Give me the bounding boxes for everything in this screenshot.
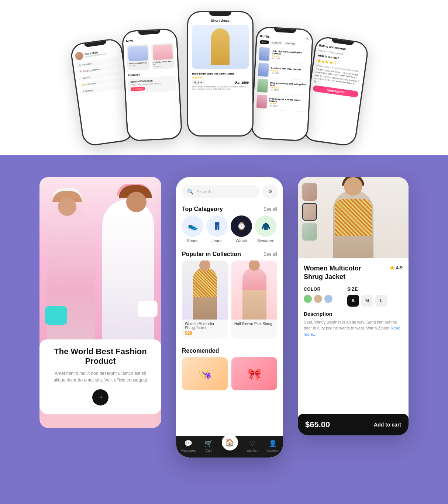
category-shoes[interactable]: 👟 Shoes bbox=[182, 215, 203, 243]
description-title: Description bbox=[304, 311, 403, 317]
pp-body-pink bbox=[242, 268, 266, 320]
account-icon: 👤 bbox=[269, 439, 277, 448]
color-blue[interactable] bbox=[324, 295, 332, 303]
star-icon: ★ bbox=[389, 264, 394, 271]
pp-head-pink bbox=[249, 260, 260, 271]
nav-messages[interactable]: 💬 Messages bbox=[180, 439, 196, 452]
sweaters-label: Sweaters bbox=[257, 238, 274, 243]
pink-shrug-image bbox=[231, 260, 277, 320]
watch-category-circle: ⌚ bbox=[231, 215, 252, 237]
color-green[interactable] bbox=[304, 295, 312, 303]
category-watch[interactable]: ⌚ Watch bbox=[231, 215, 252, 243]
bottom-nav: 💬 Messages 🛒 Cart 🏠 ♡ wishlist 👤 Account bbox=[176, 436, 283, 458]
description-section: Description Cool, Windy weather is an it… bbox=[304, 311, 403, 338]
multicolor-jacket-image bbox=[182, 260, 228, 320]
rec-person-2: 🎀 bbox=[231, 357, 277, 390]
jeans-icon: 👖 bbox=[213, 222, 222, 231]
nav-home[interactable]: 🏠 bbox=[222, 442, 238, 451]
rec-item-2[interactable]: 🎀 bbox=[231, 357, 277, 390]
fashion-banner-card: The World Best Fashion Product Amet mini… bbox=[39, 177, 161, 428]
recommended-header: Recomended bbox=[176, 344, 283, 357]
sweater-icon: 🧥 bbox=[261, 222, 270, 231]
attribute-row: COLOR SIZE S M L bbox=[304, 287, 403, 307]
account-label: Account bbox=[266, 449, 279, 452]
popular-see-all[interactable]: See all bbox=[263, 252, 277, 257]
rating-value: 4.9 bbox=[396, 265, 403, 270]
top-category-see-all[interactable]: See all bbox=[263, 207, 277, 212]
add-to-cart-button[interactable]: Add to cart bbox=[374, 422, 401, 428]
pp-body-mc bbox=[193, 268, 217, 320]
size-m[interactable]: M bbox=[361, 295, 373, 307]
messages-icon: 💬 bbox=[184, 439, 192, 448]
popular-item-pink-shrug[interactable]: Half Sleeve Pink Shrug bbox=[231, 260, 277, 339]
fashion-arrow-button[interactable]: → bbox=[92, 389, 108, 405]
watch-icon: ⌚ bbox=[237, 222, 246, 231]
category-jeans[interactable]: 👖 Jeans bbox=[206, 215, 228, 243]
phone-short-dress: ← Short dress ⋯ Blue Kurti with designer… bbox=[187, 11, 254, 137]
recommended-title: Recomended bbox=[182, 348, 219, 354]
nav-wishlist[interactable]: ♡ wishlist bbox=[247, 439, 258, 452]
pop-person-mc bbox=[182, 260, 228, 320]
mc-jacket-pattern bbox=[193, 268, 217, 297]
shoes-category-circle: 👟 bbox=[182, 215, 203, 237]
multicolor-jacket-price: $29 bbox=[182, 331, 228, 339]
phone-new: New Blue Kurti with Pants Rs. 1350 Light… bbox=[121, 28, 182, 141]
thumbnail-2[interactable] bbox=[302, 203, 317, 221]
wishlist-label: wishlist bbox=[247, 449, 258, 452]
jeans-category-circle: 👖 bbox=[206, 215, 228, 237]
home-icon: 🏠 bbox=[225, 438, 234, 447]
product-image-header: ← bbox=[298, 177, 409, 258]
color-label: COLOR bbox=[304, 287, 332, 292]
app-screen-inner: 🔍 Search... ⚙ Top Catageory See all 👟 Sh… bbox=[176, 177, 283, 436]
description-text: Cool, Windy weather is an its way. Send … bbox=[304, 319, 403, 338]
filter-button[interactable]: ⚙ bbox=[263, 184, 277, 199]
phone-kurtis: Kurtis 🔍 Kurtis Kurti Set Suit Sets Ligh… bbox=[251, 26, 314, 142]
nav-cart[interactable]: 🛒 Cart bbox=[204, 439, 213, 452]
home-circle: 🏠 bbox=[222, 434, 238, 451]
jacket-pattern bbox=[335, 199, 372, 236]
multicolor-jacket-label: Women Multicolor Shrug Jacket bbox=[182, 320, 228, 331]
fashion-girl-1 bbox=[47, 207, 95, 347]
size-l[interactable]: L bbox=[375, 295, 387, 307]
rec-item-1[interactable]: 👒 bbox=[182, 357, 228, 390]
white-bag bbox=[137, 301, 158, 317]
top-section: Priya Shah priyashah@gmail.com 📋 My orde… bbox=[0, 0, 448, 155]
color-options bbox=[304, 295, 332, 303]
sweaters-category-circle: 🧥 bbox=[255, 215, 276, 237]
teal-bag bbox=[45, 306, 67, 325]
phones-container: Priya Shah priyashah@gmail.com 📋 My orde… bbox=[58, 11, 390, 151]
fashion-girl-2 bbox=[102, 199, 154, 347]
add-to-cart-bar: $65.00 Add to cart bbox=[298, 414, 409, 435]
category-sweaters[interactable]: 🧥 Sweaters bbox=[255, 215, 276, 243]
pp-head-mc bbox=[199, 260, 210, 271]
shoes-label: Shoes bbox=[187, 238, 198, 243]
product-body-figure bbox=[333, 190, 373, 258]
thumbnail-column bbox=[302, 183, 317, 241]
popular-item-multicolor[interactable]: Women Multicolor Shrug Jacket $29 bbox=[182, 260, 228, 339]
thumbnail-3[interactable] bbox=[302, 223, 317, 241]
pink-shrug-pattern bbox=[242, 268, 266, 290]
product-detail-card: ← Women Multicolor Shrug Jacket bbox=[298, 177, 409, 435]
fashion-desc: Amet minim mollit non deserunt ullamco e… bbox=[48, 370, 152, 383]
cart-price: $65.00 bbox=[305, 420, 330, 429]
size-options: S M L bbox=[347, 295, 387, 307]
search-bar-row: 🔍 Search... ⚙ bbox=[176, 177, 283, 202]
fashion-title: The World Best Fashion Product bbox=[48, 347, 152, 366]
pink-shrug-label: Half Sleeve Pink Shrug bbox=[231, 320, 277, 327]
app-screen-card: 🔍 Search... ⚙ Top Catageory See all 👟 Sh… bbox=[176, 177, 283, 458]
size-s[interactable]: S bbox=[347, 295, 359, 307]
product-info: Women Multicolor Shrug Jacket ★ 4.9 COLO… bbox=[298, 258, 409, 414]
popular-grid: Women Multicolor Shrug Jacket $29 Half S… bbox=[176, 260, 283, 344]
search-bar[interactable]: 🔍 Search... bbox=[182, 185, 259, 198]
popular-collection-header: Popular in Collection See all bbox=[176, 247, 283, 260]
color-tan[interactable] bbox=[314, 295, 322, 303]
product-rating: ★ 4.9 bbox=[389, 264, 403, 271]
fashion-girls-image bbox=[39, 177, 161, 347]
fashion-banner-image bbox=[39, 177, 161, 347]
figure-head bbox=[344, 177, 362, 196]
bottom-section: The World Best Fashion Product Amet mini… bbox=[0, 155, 448, 504]
thumbnail-1[interactable] bbox=[302, 183, 317, 201]
size-group: SIZE S M L bbox=[347, 287, 387, 307]
nav-account[interactable]: 👤 Account bbox=[266, 439, 279, 452]
fashion-banner-text: The World Best Fashion Product Amet mini… bbox=[39, 339, 161, 414]
